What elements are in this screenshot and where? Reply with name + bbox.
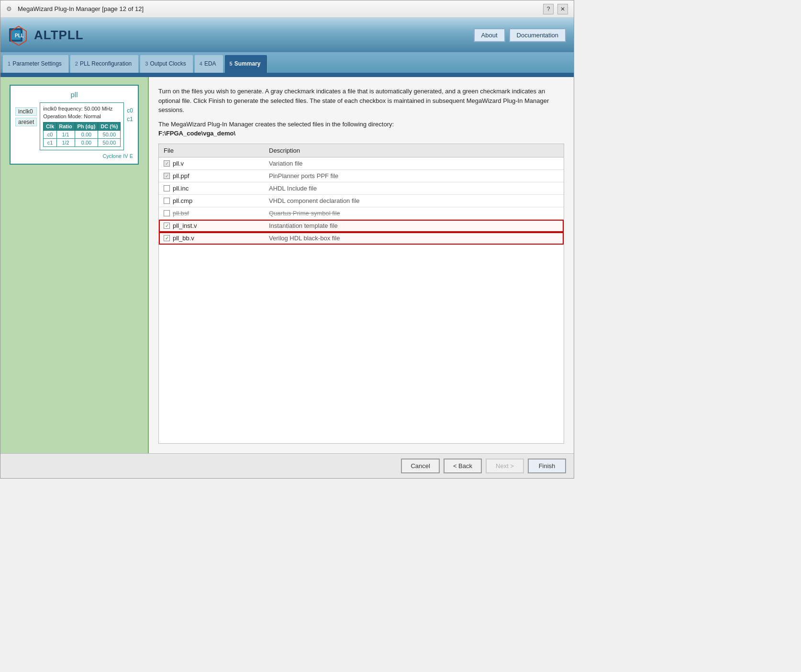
file-desc-cell: VHDL component declaration file	[269, 197, 559, 204]
cancel-button[interactable]: Cancel	[401, 459, 439, 473]
tabs-bar: 1 Parameter Settings 2 PLL Reconfigurati…	[0, 52, 574, 74]
about-button[interactable]: About	[474, 28, 505, 42]
pll-info-line2: Operation Mode: Normal	[43, 113, 121, 119]
title-bar-controls: ? ✕	[543, 4, 568, 14]
window-title: MegaWizard Plug-In Manager [page 12 of 1…	[18, 5, 144, 12]
file-name: pll.cmp	[173, 197, 192, 204]
col-file-header: File	[164, 147, 269, 154]
left-panel: pll inclk0 areset inclk0 frequency: 50.0…	[0, 77, 149, 453]
file-checkbox[interactable]	[164, 210, 170, 216]
title-bar-left: ⚙ MegaWizard Plug-In Manager [page 12 of…	[6, 5, 144, 13]
file-checkbox[interactable]: ✓	[164, 223, 170, 229]
pll-out-c0: c0	[127, 107, 133, 114]
next-button[interactable]: Next >	[486, 459, 524, 473]
file-row: pll.cmpVHDL component declaration file	[159, 195, 564, 207]
file-name: pll.ppf	[173, 172, 189, 179]
file-cell: ✓pll.v	[164, 160, 269, 167]
close-button[interactable]: ✕	[557, 4, 568, 14]
main-content: pll inclk0 areset inclk0 frequency: 50.0…	[0, 77, 574, 453]
file-desc-cell: AHDL Include file	[269, 185, 559, 192]
pll-out-c1: c1	[127, 116, 133, 123]
altpll-logo-icon: PLL	[8, 24, 29, 45]
file-row: ✓pll.ppfPinPlanner ports PPF file	[159, 170, 564, 182]
pll-col-dc: DC (%)	[98, 123, 121, 131]
file-desc-cell: Variation file	[269, 160, 559, 167]
tab-pll-reconfiguration[interactable]: 2 PLL Reconfiguration	[70, 55, 139, 73]
svg-text:PLL: PLL	[15, 33, 24, 38]
directory-path: F:\FPGA_code\vga_demo\	[158, 130, 564, 137]
file-description: Variation file	[269, 160, 303, 167]
col-desc-header: Description	[269, 147, 559, 154]
header-logo: PLL ALTPLL	[8, 24, 84, 45]
file-table: File Description ✓pll.vVariation file✓pl…	[158, 144, 564, 444]
file-cell: pll.bsf	[164, 210, 269, 217]
file-description: PinPlanner ports PPF file	[269, 172, 338, 179]
directory-label: The MegaWizard Plug-In Manager creates t…	[158, 121, 564, 128]
file-checkbox[interactable]: ✓	[164, 160, 170, 167]
description-text: Turn on the files you wish to generate. …	[158, 87, 564, 115]
pll-diagram-title: pll	[15, 90, 133, 99]
file-row: ✓pll.vVariation file	[159, 157, 564, 170]
help-button[interactable]: ?	[543, 4, 554, 14]
file-desc-cell: Quartus Prime symbol file	[269, 210, 559, 217]
pll-info-box: inclk0 frequency: 50.000 MHz Operation M…	[40, 102, 124, 150]
file-description: AHDL Include file	[269, 185, 317, 192]
pll-table: Clk Ratio Ph (dg) DC (%) c01/10.0050.00c…	[43, 122, 121, 147]
tab-output-clocks[interactable]: 3 Output Clocks	[140, 55, 193, 73]
pll-port-inclk0: inclk0	[15, 107, 37, 116]
file-row: pll.bsfQuartus Prime symbol file	[159, 207, 564, 220]
file-name: pll_inst.v	[173, 222, 197, 229]
file-desc-cell: PinPlanner ports PPF file	[269, 172, 559, 179]
logo-text: ALTPLL	[34, 28, 84, 43]
file-name: pll_bb.v	[173, 235, 194, 242]
file-cell: ✓pll_inst.v	[164, 222, 269, 229]
app-icon: ⚙	[6, 5, 14, 13]
header-buttons: About Documentation	[474, 28, 566, 42]
finish-button[interactable]: Finish	[528, 459, 566, 473]
file-cell: pll.cmp	[164, 197, 269, 204]
main-window: ⚙ MegaWizard Plug-In Manager [page 12 of…	[0, 0, 574, 479]
pll-col-ph: Ph (dg)	[75, 123, 98, 131]
tab-summary[interactable]: 5 Summary	[224, 55, 268, 73]
right-panel: Turn on the files you wish to generate. …	[149, 77, 574, 453]
file-cell: ✓pll.ppf	[164, 172, 269, 179]
file-table-body: ✓pll.vVariation file✓pll.ppfPinPlanner p…	[159, 157, 564, 245]
file-checkbox[interactable]	[164, 198, 170, 204]
file-description: VHDL component declaration file	[269, 197, 360, 204]
pll-col-clk: Clk	[44, 123, 56, 131]
back-button[interactable]: < Back	[444, 459, 482, 473]
pll-left-ports: inclk0 areset	[15, 107, 37, 126]
pll-ports: inclk0 areset inclk0 frequency: 50.000 M…	[15, 102, 133, 150]
file-description: Verilog HDL black-box file	[269, 235, 340, 242]
pll-info-line1: inclk0 frequency: 50.000 MHz	[43, 106, 121, 112]
file-cell: ✓pll_bb.v	[164, 235, 269, 242]
file-checkbox[interactable]: ✓	[164, 235, 170, 241]
file-row: pll.incAHDL Include file	[159, 182, 564, 195]
pll-diagram: pll inclk0 areset inclk0 frequency: 50.0…	[10, 85, 139, 165]
file-desc-cell: Instantiation template file	[269, 222, 559, 229]
title-bar: ⚙ MegaWizard Plug-In Manager [page 12 of…	[0, 0, 574, 18]
documentation-button[interactable]: Documentation	[509, 28, 566, 42]
header: PLL ALTPLL About Documentation	[0, 18, 574, 52]
tab-eda[interactable]: 4 EDA	[194, 55, 223, 73]
pll-port-areset: areset	[15, 118, 37, 126]
file-checkbox[interactable]: ✓	[164, 173, 170, 179]
cyclone-label: Cyclone IV E	[15, 153, 133, 159]
pll-col-ratio: Ratio	[56, 123, 75, 131]
file-cell: pll.inc	[164, 185, 269, 192]
file-row: ✓pll_bb.vVerilog HDL black-box file	[159, 232, 564, 245]
bottom-bar: Cancel < Back Next > Finish	[0, 453, 574, 478]
file-name: pll.v	[173, 160, 184, 167]
file-name: pll.inc	[173, 185, 189, 192]
tab-parameter-settings[interactable]: 1 Parameter Settings	[2, 55, 69, 73]
file-desc-cell: Verilog HDL black-box file	[269, 235, 559, 242]
file-description: Quartus Prime symbol file	[269, 210, 340, 217]
file-row: ✓pll_inst.vInstantiation template file	[159, 220, 564, 232]
file-description: Instantiation template file	[269, 222, 338, 229]
file-checkbox[interactable]	[164, 185, 170, 191]
file-name: pll.bsf	[173, 210, 189, 217]
pll-right-ports: c0 c1	[127, 107, 133, 123]
file-table-header: File Description	[159, 144, 564, 157]
